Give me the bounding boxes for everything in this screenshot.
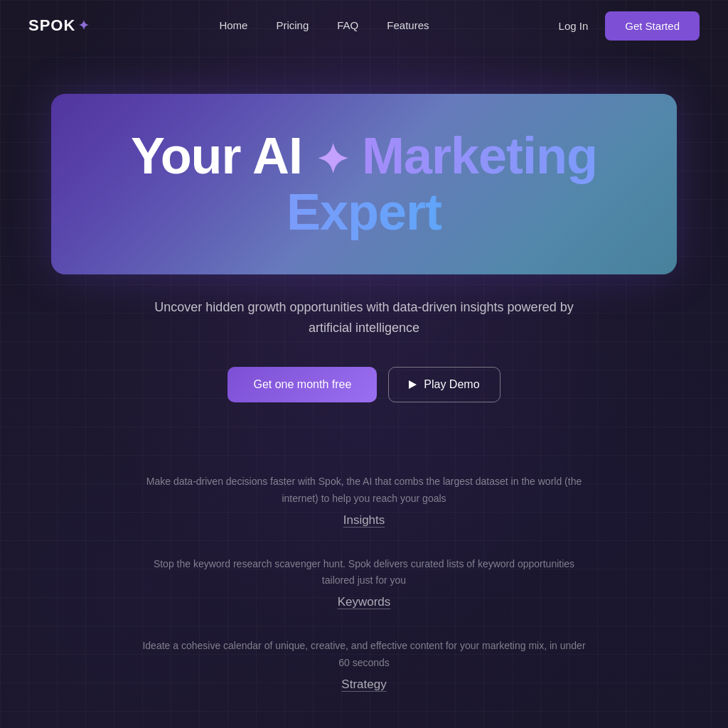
free-month-button[interactable]: Get one month free [228,367,377,402]
logo-text: SPOK [28,16,75,35]
sparkle-icon: ✦ [316,140,348,180]
main-content: Your AI ✦ Marketing Expert Uncover hidde… [0,51,728,720]
login-link[interactable]: Log In [559,20,589,32]
nav-faq[interactable]: FAQ [337,19,358,31]
nav-right: Log In Get Started [559,11,700,41]
hero-banner: Your AI ✦ Marketing Expert [51,94,677,274]
feature-description-2: Stop the keyword research scavenger hunt… [142,556,586,590]
demo-label: Play Demo [424,378,479,391]
hero-subtitle: Uncover hidden growth opportunities with… [133,297,595,338]
hero-title: Your AI ✦ Marketing Expert [94,128,634,240]
cta-buttons: Get one month free Play Demo [228,367,500,402]
hero-title-part1: Your AI [131,127,316,184]
feature-description-1: Make data-driven decisions faster with S… [142,473,586,508]
nav-features[interactable]: Features [387,19,429,31]
feature-title-3: Strategy [142,678,586,692]
feature-title-1: Insights [142,513,586,528]
play-icon [409,380,417,389]
navbar: SPOK✦ Home Pricing FAQ Features Log In G… [0,0,728,51]
get-started-button[interactable]: Get Started [605,11,700,41]
feature-description-3: Ideate a cohesive calendar of unique, cr… [142,638,586,672]
logo-symbol: ✦ [78,18,90,33]
features-section: Make data-driven decisions faster with S… [0,473,728,720]
play-demo-button[interactable]: Play Demo [388,367,500,402]
nav-links: Home Pricing FAQ Features [219,19,429,32]
nav-pricing[interactable]: Pricing [276,19,309,31]
feature-title-2: Keywords [142,595,586,609]
nav-home[interactable]: Home [219,19,247,31]
logo[interactable]: SPOK✦ [28,16,90,35]
